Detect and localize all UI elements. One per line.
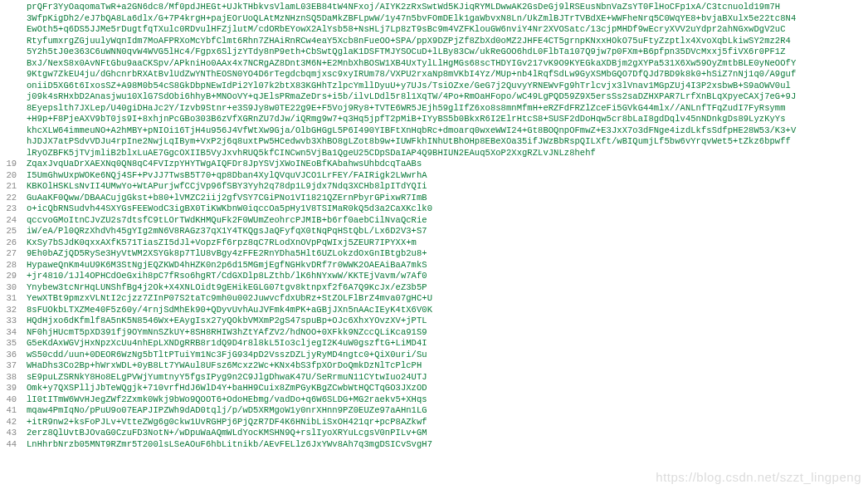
line-number: 36 (0, 350, 17, 361)
code-line[interactable]: 2erz8QlUvtBJOvaG0CzuFD3NotN+/wDpuWaAQmWL… (27, 428, 796, 439)
line-number: 19 (0, 159, 17, 170)
line-number: 33 (0, 316, 17, 327)
line-number: 42 (0, 417, 17, 428)
code-line[interactable]: WHaDhs3Co2Bp+hWrxWDL+0yB8Lt7YWAul8UFsz6M… (27, 360, 796, 372)
code-line[interactable]: 5Y2h5tJ0e363C6uWNN0qvW4WVG5lHc4/Fgpx6Slj… (27, 46, 796, 58)
line-number (0, 13, 17, 25)
code-line[interactable]: khcXLW64immeuNO+A2hMBY+pNIOi16TjH4u956J4… (27, 125, 796, 137)
line-number: 22 (0, 193, 17, 204)
line-number: 21 (0, 181, 17, 193)
line-number: 25 (0, 226, 17, 237)
code-line[interactable]: +H9p+F8PjeAXV9bT0js9I+8xhjnPcGBo303B6zVf… (27, 114, 796, 125)
line-number (0, 2, 17, 13)
line-number (0, 148, 17, 159)
code-line[interactable]: I5UmGhwUxpWOKe6NQj4SF+PvJJ7TwsB5T70+qp8D… (27, 170, 796, 182)
line-number (0, 114, 17, 125)
line-number: 20 (0, 170, 17, 182)
code-line[interactable]: HypaweQnKm4uU9K6M3StNgjEQZKWD4hHZK0n2p6d… (27, 260, 796, 272)
code-line[interactable]: wS50cdd/uun+0DEOR6WzNg5bTltPTuiYm1Nc3FjG… (27, 350, 796, 361)
code-line[interactable]: lI0tITmW6WvHJegZWf2Zxmk0Wkj9bWo9QOOT6+Od… (27, 394, 796, 406)
line-number: 39 (0, 383, 17, 394)
line-number (0, 36, 17, 47)
code-line[interactable]: iW/eA/Pl0QRzXhdVh45gYIg2mN6V8RAGz37qX1Y4… (27, 226, 796, 237)
line-number (0, 125, 17, 137)
code-line[interactable]: +itR9nw2+ksFoPJLv+VtteZWg6g0ckw1UvRGHPj6… (27, 417, 796, 428)
code-line[interactable]: EwOth5+q6DS5JJMe5rDugtfqTXulc0RDvulHFZjl… (27, 24, 796, 36)
line-number (0, 91, 17, 103)
code-line[interactable]: o+icQbRNSudvh44SXYGsFEEWodC3igBX0TiKWKbn… (27, 203, 796, 215)
code-line[interactable]: sE9puLZSRNkY8Ho8ELgPVWjYumtnyY5fgsIPyg9n… (27, 372, 796, 384)
line-number: 38 (0, 372, 17, 384)
line-number: 44 (0, 439, 17, 451)
line-number: 28 (0, 260, 17, 272)
line-number: 37 (0, 360, 17, 372)
line-number: 43 (0, 428, 17, 439)
line-number: 27 (0, 248, 17, 260)
code-line[interactable]: prQFr3YyOaqomaTwR+a2GN6dc8/Mf0pdJHEGt+UJ… (27, 2, 796, 13)
line-number (0, 24, 17, 36)
line-number: 32 (0, 305, 17, 316)
code-line[interactable]: 9Eh0bAZjQD5RySe3HyVtWM2XSYGk8p7TlU8vBgy4… (27, 248, 796, 260)
line-number: 26 (0, 237, 17, 249)
code-editor-viewport: 1920212223242526272829303132333435363738… (0, 0, 868, 450)
code-line[interactable]: BxJ/NexS8x0AvNFtGbu9aaCKSpv/APkniHo0AAx4… (27, 58, 796, 70)
line-number: 29 (0, 271, 17, 282)
line-number: 23 (0, 203, 17, 215)
line-number: 30 (0, 282, 17, 294)
code-line[interactable]: j09k4sRHxbD2Anasjwu10XlG7SdObi6hhyB+MNOo… (27, 91, 796, 103)
code-line[interactable]: hJDJX7atPSdvVDJu4rpIne2NwjLqIBym+VxP2j6q… (27, 136, 796, 148)
code-line[interactable]: KBKOlHSKLsNvII4UMwYo+WtAPurjwfCCjVp96fSB… (27, 181, 796, 193)
code-line[interactable]: G5eKdAxWGVjHxNpzXcUu4nhEpLXNDgRRB8r1dQ9D… (27, 338, 796, 350)
code-line[interactable]: ZqaxJvqUaDrXAEXNq0QN8qC4FVIzpYHYTWgAIQFD… (27, 159, 796, 170)
code-line[interactable]: mqaw4PmIqNo/pPuU9o07EAPJIPZWh9dAD0tqlj/p… (27, 405, 796, 417)
line-number (0, 46, 17, 58)
code-content[interactable]: prQFr3YyOaqomaTwR+a2GN6dc8/Mf0pdJHEGt+UJ… (27, 2, 796, 450)
code-line[interactable]: 3WfpKigDh2/eJ7bQA8La6dlx/G+7P4krgH+pajEO… (27, 13, 796, 25)
code-line[interactable]: RtyfumxrgZGjuulyWqnIdm7MoAFPRXoMcYbfClmt… (27, 36, 796, 47)
line-number: 31 (0, 293, 17, 305)
code-line[interactable]: YewXTBt9pmzxVLNtI2cjzz7ZInP07S2taTc9mh0u… (27, 293, 796, 305)
code-line[interactable]: 8Eyepslth7JXLep/U40giDHaJc2Y/Izvb9Stnr+e… (27, 103, 796, 115)
code-line[interactable]: LnHhrbNrzb05MNT9RZmr5T200lsLSeAOuF6hbLit… (27, 439, 796, 451)
line-number: 35 (0, 338, 17, 350)
line-number (0, 58, 17, 70)
code-line[interactable]: 9Ktgw7ZkEU4ju/dGhcnrbRXAtBvlUdZwYNThEOSN… (27, 69, 796, 81)
watermark-text: https://blog.csdn.net/szzt_lingpeng (656, 472, 861, 483)
code-line[interactable]: oniiD5XG6t6IxosSZ+A98M0b54cS8GkDbpNEwIdP… (27, 81, 796, 92)
line-number (0, 69, 17, 81)
line-number (0, 81, 17, 92)
code-line[interactable]: qccvoGMoItnCJvZU2s7dtsfC9tLOrTWdKHMQuFk2… (27, 215, 796, 227)
code-line[interactable]: Ynybew3tcNrHqLUNShfBg4j2Ok+X4XNLOidt9gEH… (27, 282, 796, 294)
line-number (0, 136, 17, 148)
code-line[interactable]: 8sFUOkbLTXZMe40F5z60y/4rnjSdMhEk90+QDyvU… (27, 305, 796, 316)
code-line[interactable]: HQdHjxo6dKfmlf8A5nK5N8546Wx+EAygIsx27yQO… (27, 316, 796, 327)
code-line[interactable]: Omk+y7QXSPlljJbTeWQgjk+710vrfHdJ6WlD4Y+b… (27, 383, 796, 394)
line-number: 24 (0, 215, 17, 227)
code-line[interactable]: NF0hjHUcmT5pXD391fj9OYmNnSZkUY+8SH8RHIW3… (27, 327, 796, 339)
line-number: 40 (0, 394, 17, 406)
line-number-gutter: 1920212223242526272829303132333435363738… (0, 2, 27, 450)
line-number: 34 (0, 327, 17, 339)
code-line[interactable]: GuAaKF0Qww/DBAACujgGkst+b80+lVMZC2iij2gf… (27, 193, 796, 204)
code-line[interactable]: lRyOZBFK5jTVjmliB2blxLuAE7GgcOXIIB5VyJxv… (27, 148, 796, 159)
line-number: 41 (0, 405, 17, 417)
code-line[interactable]: +jr4810/1Jl4OPHCdOeGxih8pC7fRso6hgRT/CdG… (27, 271, 796, 282)
code-line[interactable]: KxSy7bSJdK0qxxAXfK571TiasZI5dJl+VopzFf6r… (27, 237, 796, 249)
line-number (0, 103, 17, 115)
